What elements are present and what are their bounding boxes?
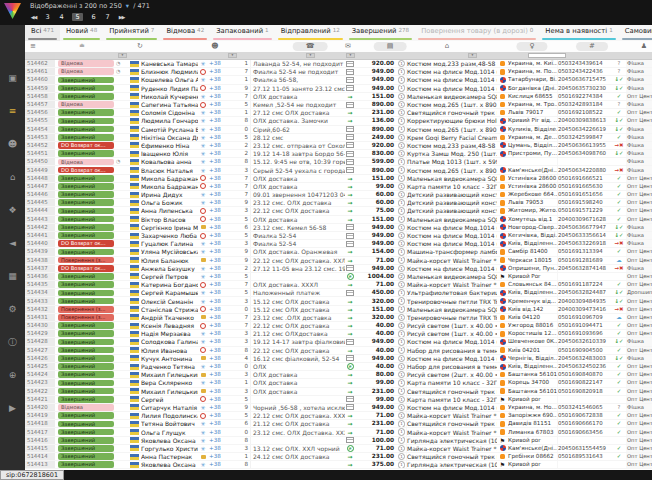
order-row[interactable]: 514458 Завершений Николай Кучеренко +38 … [25,93,652,101]
chat-icon[interactable]: ✉ [345,42,351,51]
page-button[interactable]: 5 [72,13,83,21]
order-row[interactable]: 514434 Завершений Сергей Карамышев +38 5… [25,289,652,297]
phone-number[interactable]: +38 2 [208,142,250,149]
order-row[interactable]: 514431 Повернення (з... Андрій Ткаченко … [25,314,652,322]
status-badge[interactable]: Завершений [58,380,114,387]
order-row[interactable]: 514438 Повернення (з... Юлия Баланюк +38… [25,257,652,265]
status-badge[interactable]: Завершений [58,322,114,329]
order-row[interactable]: 514436 Завершений Сергей Петров +38 5 10… [25,273,652,281]
order-row[interactable]: 514429 Завершений Надія Мерзаєва +38 3 2… [25,330,652,338]
status-badge[interactable]: Завершений [58,421,114,428]
order-row[interactable]: 514420 Відмова Ситарчук Наталія Гр... +3… [25,404,652,412]
status-badge[interactable]: Відмова [58,68,114,75]
order-row[interactable]: 514448 Завершений Микола Бадражан +38 7 … [25,175,652,183]
status-badge[interactable]: Завершений [58,461,114,468]
phone-number[interactable]: +38 0 [208,428,250,435]
order-row[interactable]: 514417 Завершений Ольга Глущук +38 0 23.… [25,428,652,436]
status-badge[interactable]: Завершений [58,412,114,419]
status-badge[interactable]: Завершений [58,134,114,141]
status-badge[interactable]: Повернення (з... [58,257,114,264]
phone-number[interactable]: +38 3 [208,330,250,337]
last-page-button[interactable]: ▶▶ [118,14,125,20]
order-row[interactable]: 514428 Завершений Солодкова Галина В... … [25,338,652,346]
order-row[interactable]: 514414 Завершений Анна Пастернак +38 1 2… [25,453,652,461]
phone-number[interactable]: +38 3 [208,166,250,173]
phone-number[interactable]: +38 9 [208,199,250,206]
sidebar-announce-icon[interactable]: ◄ [9,238,16,248]
order-row[interactable]: 514440 DO Возврат ок... Гуцалюк Галина +… [25,240,652,248]
phone-number[interactable]: +38 3 [208,445,250,452]
phone-number[interactable]: +38 8 [208,117,250,124]
phone-number[interactable]: +38 1 [208,379,250,386]
order-row[interactable]: 514454 Завершений Самотій Руслана Во... … [25,126,652,134]
status-badge[interactable]: Завершений [58,273,114,280]
phone-number[interactable]: +38 3 [208,207,250,214]
phone-number[interactable]: +38 1 [208,109,250,116]
sidebar-products-icon[interactable]: ❖ [8,205,16,215]
phone-number[interactable]: +38 0 [208,306,250,313]
order-row[interactable]: 514451 Завершений Іващенко Юлія +38 2 19… [25,150,652,158]
order-row[interactable]: 514421 Завершений Сергей +38 5 99.00 1 К… [25,396,652,404]
status-badge[interactable]: Завершений [58,290,114,297]
page-button[interactable]: 6 [90,13,97,21]
tab-Всі[interactable]: Всі471 [25,25,60,41]
status-badge[interactable]: DO Возврат ок... [58,142,114,149]
order-row[interactable]: 514424 Завершений Михаил Гилецький +38 3… [25,371,652,379]
status-badge[interactable]: Завершений [58,224,114,231]
phone-number[interactable]: +38 8 [208,158,250,165]
phone-number[interactable]: +38 6 [208,224,250,231]
status-badge[interactable]: Завершений [58,85,114,92]
status-badge[interactable]: Повернення (з... [58,314,114,321]
sidebar-video-icon[interactable]: ▶ [9,403,16,413]
orders-list-icon[interactable]: ≡ [30,42,36,51]
status-badge[interactable]: DO Возврат ок... [58,167,114,174]
status-badge[interactable]: Завершений [58,208,114,215]
phone-number[interactable]: +38 7 [208,281,250,288]
order-row[interactable]: 514450 Відмова ◔ Ковальова анна +38 8 15… [25,158,652,166]
order-row[interactable]: 514430 Завершений Ксенія Левадняя +38 7 … [25,322,652,330]
order-row[interactable]: 514444 Завершений Анна Липенська +38 3 2… [25,207,652,215]
phone-number[interactable]: +38 1 [208,76,250,83]
order-row[interactable]: 514446 Завершений Ирина Дидух +38 7 09.0… [25,191,652,199]
status-badge[interactable]: Завершений [58,281,114,288]
phone-number[interactable]: +38 7 [208,183,250,190]
phone-number[interactable]: +38 7 [208,68,250,75]
status-badge[interactable]: Завершений [58,118,114,125]
order-row[interactable]: 514422 Завершений Михаил Гилецький +38 3… [25,388,652,396]
phone-number[interactable]: +38 8 [208,461,250,468]
page-button[interactable]: 4 [58,13,65,21]
status-badge[interactable]: Відмова [58,404,114,411]
filter-dropdown[interactable]: ▾ [118,53,127,58]
order-row[interactable]: 514460 Завершений Кошелева Ольга Ар... +… [25,76,652,84]
status-badge[interactable]: DO Возврат ок... [58,240,114,247]
order-row[interactable]: 514433 Завершений Олексій Семанін +38 3 … [25,297,652,305]
app-logo-icon[interactable] [4,3,21,19]
status-badge[interactable]: Завершений [58,437,114,444]
order-row[interactable]: 514416 Завершений Яковлева Оксана +38 8 … [25,437,652,445]
range-dropdown-icon[interactable]: ▾ [126,2,129,10]
status-badge[interactable]: Завершений [58,339,114,346]
order-row[interactable]: 514453 Завершений Нікітіна Оксана Дми...… [25,134,652,142]
status-badge[interactable]: Завершений [58,175,114,182]
sidebar-company-icon[interactable]: ⌂ [10,172,16,182]
order-row[interactable]: 514462 Відмова ◔ Каневська Тамара ... +3… [25,60,652,68]
order-row[interactable]: 514447 Завершений Микола Бадражан +38 7 … [25,183,652,191]
phone-number[interactable]: +38 6 [208,420,250,427]
phone-number[interactable]: +38 7 [208,175,250,182]
status-badge[interactable]: Завершений [58,445,114,452]
order-row[interactable]: 514452 DO Возврат ок... Єфименко Ніна +3… [25,142,652,150]
tab-Новий[interactable]: Новий48 [60,25,103,41]
payment-icon[interactable]: ▤ [374,42,407,51]
status-badge[interactable]: Завершений [58,371,114,378]
status-badge[interactable]: Завершений [58,453,114,460]
status-badge[interactable]: Завершений [58,93,114,100]
phone-number[interactable]: +38 3 [208,338,250,345]
status-badge[interactable]: Завершений [58,355,114,362]
order-row[interactable]: 514418 Завершений Тетяна Войтович +38 6 … [25,420,652,428]
status-badge[interactable]: Відмова [58,159,114,166]
status-badge[interactable]: Завершений [58,216,114,223]
order-row[interactable]: 514443 Завершений Віктор Власов +38 5 ОЛ… [25,216,652,224]
clients-icon[interactable]: ☻ [211,42,218,51]
order-row[interactable]: 514457 Відмова Сапегина Татьяна С... +38… [25,101,652,109]
sidebar-clients-icon[interactable]: ☻ [8,139,17,149]
